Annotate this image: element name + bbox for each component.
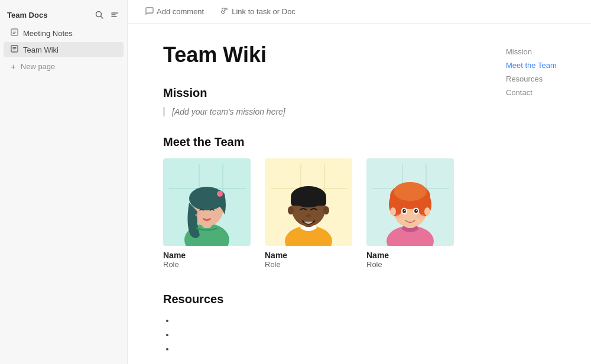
main-content: Add comment Link to task or Doc Team Wik… — [128, 0, 591, 364]
svg-point-23 — [212, 213, 219, 217]
toc-item-meet-team[interactable]: Meet the Team — [506, 61, 577, 70]
doc-icon-2 — [11, 45, 18, 54]
collapse-button[interactable] — [109, 9, 120, 20]
mission-placeholder: [Add your team's mission here] — [172, 107, 553, 116]
sidebar-header-icons — [94, 9, 120, 20]
team-member-1-name: Name — [163, 251, 251, 260]
team-grid: Name Role — [163, 158, 553, 269]
svg-point-21 — [217, 191, 223, 197]
sidebar-item-meeting-notes[interactable]: Meeting Notes — [4, 25, 124, 41]
add-comment-label: Add comment — [157, 7, 204, 16]
search-icon — [95, 11, 103, 19]
plus-icon: + — [11, 61, 16, 72]
team-member-avatar-2 — [265, 158, 352, 246]
svg-point-56 — [417, 214, 425, 219]
sidebar: Team Docs Meeting Notes Team Wiki — [0, 0, 128, 364]
comment-icon — [145, 6, 154, 17]
svg-rect-32 — [291, 197, 326, 206]
svg-point-53 — [404, 210, 405, 211]
table-of-contents: Mission Meet the Team Resources Contact — [506, 47, 577, 97]
svg-point-34 — [323, 206, 329, 214]
svg-point-47 — [390, 207, 396, 216]
team-member-3-role: Role — [366, 260, 454, 269]
resources-heading: Resources — [163, 292, 553, 306]
team-member-1-role: Role — [163, 260, 251, 269]
team-member-avatar-3 — [366, 158, 454, 246]
team-member-avatar-1 — [163, 158, 251, 246]
collapse-icon — [111, 11, 119, 19]
svg-line-1 — [101, 17, 103, 19]
link-label: Link to task or Doc — [232, 7, 296, 16]
doc-icon — [11, 28, 18, 38]
resources-list — [163, 313, 553, 356]
app-title: Team Docs — [7, 11, 47, 20]
resource-item-1 — [175, 313, 553, 327]
team-member-1: Name Role — [163, 158, 251, 269]
sidebar-item-meeting-notes-label: Meeting Notes — [23, 29, 73, 38]
resources-section: Resources — [163, 292, 553, 356]
sidebar-header: Team Docs — [0, 5, 127, 25]
new-page-button[interactable]: + New page — [4, 58, 124, 74]
team-member-2-name: Name — [265, 251, 352, 260]
svg-point-35 — [306, 214, 311, 217]
meet-team-heading: Meet the Team — [163, 135, 553, 149]
mission-heading: Mission — [163, 86, 553, 100]
svg-point-52 — [414, 209, 418, 213]
search-button[interactable] — [94, 9, 105, 20]
toc-item-contact[interactable]: Contact — [506, 88, 577, 97]
sidebar-item-team-wiki[interactable]: Team Wiki — [4, 42, 124, 57]
add-comment-button[interactable]: Add comment — [142, 5, 207, 18]
link-icon — [220, 6, 229, 17]
new-page-label: New page — [21, 62, 56, 71]
toolbar: Add comment Link to task or Doc — [128, 0, 591, 24]
toc-item-mission[interactable]: Mission — [506, 47, 577, 56]
svg-point-46 — [394, 182, 427, 201]
page-title: Team Wiki — [163, 43, 553, 67]
team-member-3: Name Role — [366, 158, 454, 269]
svg-point-22 — [195, 213, 202, 217]
team-member-2: Name Role — [265, 158, 352, 269]
sidebar-item-team-wiki-label: Team Wiki — [23, 46, 59, 54]
resource-item-2 — [175, 327, 553, 342]
meet-team-section: Meet the Team — [163, 135, 553, 269]
team-member-3-name: Name — [366, 251, 454, 260]
svg-point-51 — [402, 209, 406, 213]
svg-point-54 — [416, 210, 417, 211]
svg-point-48 — [424, 207, 430, 216]
link-button[interactable]: Link to task or Doc — [217, 5, 299, 18]
svg-point-55 — [395, 214, 404, 219]
resource-item-3 — [175, 342, 553, 356]
mission-block: [Add your team's mission here] — [163, 107, 553, 116]
team-member-2-role: Role — [265, 260, 352, 269]
svg-point-33 — [288, 206, 294, 214]
toc-item-resources[interactable]: Resources — [506, 74, 577, 83]
